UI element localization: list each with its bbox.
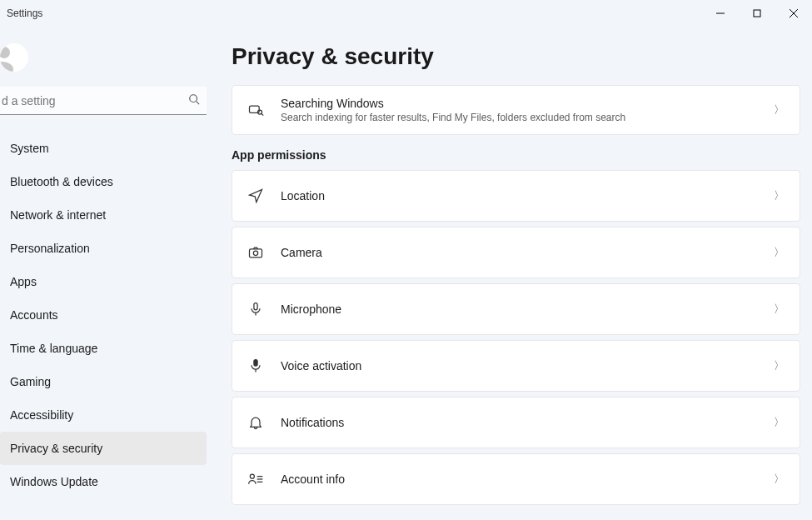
nav-label: Network & internet xyxy=(10,208,106,222)
card-label: Location xyxy=(281,189,774,202)
nav-label: Apps xyxy=(10,275,37,288)
close-button[interactable] xyxy=(775,0,812,27)
search-indexing-icon xyxy=(247,102,281,118)
sidebar: System Bluetooth & devices Network & int… xyxy=(0,27,207,520)
card-label: Voice activation xyxy=(281,359,774,372)
chevron-right-icon: 〉 xyxy=(774,302,785,317)
card-searching-windows[interactable]: Searching Windows Search indexing for fa… xyxy=(232,85,800,135)
chevron-right-icon: 〉 xyxy=(774,472,785,487)
page-title: Privacy & security xyxy=(232,43,800,70)
nav-network[interactable]: Network & internet xyxy=(0,198,207,232)
nav-gaming[interactable]: Gaming xyxy=(0,365,207,398)
nav-apps[interactable]: Apps xyxy=(0,265,207,298)
card-voice-activation[interactable]: Voice activation 〉 xyxy=(232,340,800,392)
avatar[interactable] xyxy=(0,43,207,72)
bell-icon xyxy=(247,414,281,431)
svg-line-8 xyxy=(262,113,263,115)
card-account-info[interactable]: Account info 〉 xyxy=(232,453,800,505)
nav-label: Personalization xyxy=(10,242,90,255)
chevron-right-icon: 〉 xyxy=(774,358,785,373)
search-icon xyxy=(188,93,200,108)
nav-personalization[interactable]: Personalization xyxy=(0,232,207,265)
search-box[interactable] xyxy=(0,87,207,115)
voice-icon xyxy=(247,358,281,374)
nav-accounts[interactable]: Accounts xyxy=(0,298,207,332)
window-title: Settings xyxy=(7,8,42,19)
card-location[interactable]: Location 〉 xyxy=(232,170,800,222)
svg-point-10 xyxy=(253,251,257,255)
nav-label: Gaming xyxy=(10,375,51,388)
nav-label: Windows Update xyxy=(10,475,98,488)
nav-label: Accessibility xyxy=(10,408,73,422)
camera-icon xyxy=(247,244,281,261)
maximize-button[interactable] xyxy=(739,0,775,27)
nav-time-language[interactable]: Time & language xyxy=(0,332,207,365)
svg-rect-11 xyxy=(254,303,257,310)
card-label: Searching Windows xyxy=(281,97,774,110)
nav-accessibility[interactable]: Accessibility xyxy=(0,398,207,432)
card-label: Camera xyxy=(281,246,774,259)
chevron-right-icon: 〉 xyxy=(774,188,785,203)
card-label: Account info xyxy=(281,472,774,486)
nav-system[interactable]: System xyxy=(0,132,207,165)
titlebar: Settings xyxy=(0,0,812,27)
card-label: Notifications xyxy=(281,416,774,429)
svg-rect-9 xyxy=(250,249,262,258)
svg-point-4 xyxy=(190,95,197,102)
svg-line-5 xyxy=(197,102,200,105)
nav-label: Accounts xyxy=(10,308,58,322)
nav-privacy-security[interactable]: Privacy & security xyxy=(0,432,207,465)
location-icon xyxy=(247,188,281,204)
chevron-right-icon: 〉 xyxy=(774,415,785,430)
nav-label: Privacy & security xyxy=(10,442,102,455)
card-label: Microphone xyxy=(281,302,774,316)
chevron-right-icon: 〉 xyxy=(774,102,785,118)
card-microphone[interactable]: Microphone 〉 xyxy=(232,283,800,335)
svg-rect-13 xyxy=(254,360,257,367)
search-input[interactable] xyxy=(2,94,188,108)
svg-rect-1 xyxy=(754,10,760,17)
nav-windows-update[interactable]: Windows Update xyxy=(0,465,207,498)
main: Privacy & security Searching Windows Sea… xyxy=(207,27,812,520)
nav: System Bluetooth & devices Network & int… xyxy=(0,132,207,498)
card-sub: Search indexing for faster results, Find… xyxy=(281,112,774,123)
minimize-button[interactable] xyxy=(702,0,739,27)
chevron-right-icon: 〉 xyxy=(774,245,785,260)
account-info-icon xyxy=(247,471,281,488)
nav-label: Bluetooth & devices xyxy=(10,175,113,188)
svg-point-15 xyxy=(250,474,254,478)
card-camera[interactable]: Camera 〉 xyxy=(232,227,800,278)
nav-bluetooth[interactable]: Bluetooth & devices xyxy=(0,165,207,198)
nav-label: System xyxy=(10,142,49,155)
section-app-permissions: App permissions xyxy=(232,148,800,162)
card-notifications[interactable]: Notifications 〉 xyxy=(232,397,800,448)
microphone-icon xyxy=(247,301,281,318)
nav-label: Time & language xyxy=(10,342,97,355)
